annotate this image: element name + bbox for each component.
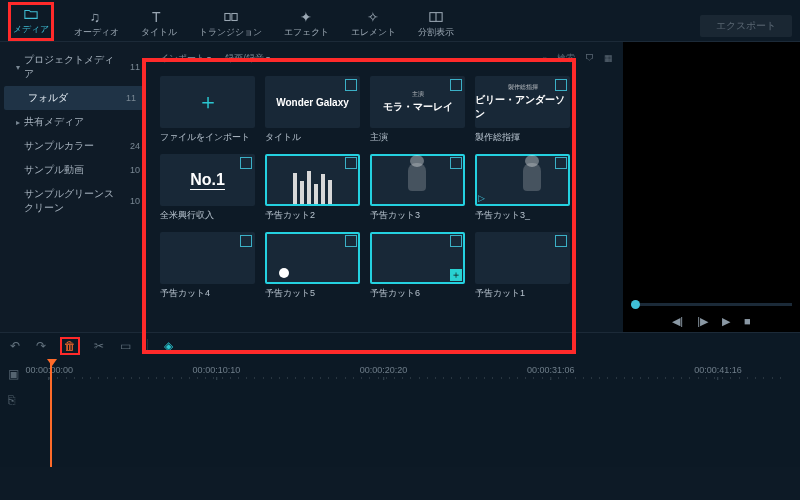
tab-transition[interactable]: トランジション [197, 8, 264, 41]
media-panel: インポート 録画/録音 ⌕ 検索 ⛉ ▦ ＋ ファイルをインポート [150, 42, 623, 332]
svg-rect-1 [231, 14, 236, 21]
badge-icon [240, 235, 252, 247]
tab-label: タイトル [141, 26, 177, 39]
media-item-cut6[interactable]: ＋ 予告カット6 [370, 232, 465, 300]
tab-label: トランジション [199, 26, 262, 39]
sidebar-item-project-media[interactable]: ▾ プロジェクトメディア 11 [0, 48, 150, 86]
badge-icon [450, 79, 462, 91]
play-icon: ▷ [478, 193, 485, 203]
lock-track-icon[interactable]: ▣ [8, 367, 19, 381]
playhead[interactable] [50, 361, 52, 467]
media-item-cut4[interactable]: 予告カット4 [160, 232, 255, 300]
search-placeholder[interactable]: 検索 [557, 52, 575, 65]
music-icon: ♫ [90, 10, 104, 24]
filter-icon[interactable]: ⛉ [585, 53, 594, 63]
next-frame-button[interactable]: |▶ [697, 315, 708, 328]
star-icon: ✧ [367, 10, 381, 24]
media-item-cut3[interactable]: 予告カット3 [370, 154, 465, 222]
tab-label: エレメント [351, 26, 396, 39]
badge-icon [240, 157, 252, 169]
link-track-icon[interactable]: ⎘ [8, 393, 19, 407]
media-item-lead[interactable]: 主演モラ・マーレイ 主演 [370, 76, 465, 144]
ruler-tick: 00:00:20:20 [360, 365, 408, 380]
text-icon: T [152, 10, 166, 24]
badge-icon [450, 235, 462, 247]
tab-media[interactable]: メディア [8, 2, 54, 41]
media-panel-header: インポート 録画/録音 ⌕ 検索 ⛉ ▦ [160, 48, 613, 68]
chevron-down-icon: ▾ [14, 63, 22, 72]
import-dropdown[interactable]: インポート [160, 52, 211, 65]
sidebar-item-sample-green[interactable]: サンプルグリーンスクリーン 10 [0, 182, 150, 220]
tab-label: エフェクト [284, 26, 329, 39]
timeline-ruler[interactable]: 00:00:00:00 00:00:10:10 00:00:20:20 00:0… [34, 365, 794, 379]
sparkle-icon: ✦ [300, 10, 314, 24]
cut-button[interactable]: ✂ [94, 339, 104, 353]
transition-icon [224, 10, 238, 24]
tab-label: 分割表示 [418, 26, 454, 39]
split-icon [429, 10, 443, 24]
sidebar-item-shared[interactable]: ▸ 共有メディア [0, 110, 150, 134]
timeline: ↶ ↷ 🗑 ✂ ▭ ◈ ▣ ⎘ 00:00:00:00 00:00:10:10 … [0, 332, 800, 467]
scrubber-knob[interactable] [631, 300, 640, 309]
sidebar-item-folder[interactable]: フォルダ 11 [4, 86, 146, 110]
tab-label: オーディオ [74, 26, 119, 39]
media-item-cut1[interactable]: 予告カット1 [475, 232, 570, 300]
badge-icon [345, 157, 357, 169]
folder-icon [24, 7, 38, 21]
add-icon[interactable]: ＋ [450, 269, 462, 281]
import-tile[interactable]: ＋ ファイルをインポート [160, 76, 255, 144]
sidebar-item-sample-color[interactable]: サンプルカラー 24 [0, 134, 150, 158]
view-grid-icon[interactable]: ▦ [604, 53, 613, 63]
export-button[interactable]: エクスポート [700, 15, 792, 37]
plus-icon: ＋ [197, 87, 219, 117]
chevron-right-icon: ▸ [14, 118, 22, 127]
search-icon[interactable]: ⌕ [542, 53, 547, 63]
tab-effect[interactable]: ✦ エフェクト [282, 8, 331, 41]
prev-frame-button[interactable]: ◀| [672, 315, 683, 328]
delete-button[interactable]: 🗑 [62, 339, 78, 353]
tab-audio[interactable]: ♫ オーディオ [72, 8, 121, 41]
badge-icon [555, 235, 567, 247]
ruler-tick: 00:00:41:16 [694, 365, 742, 380]
badge-icon [345, 79, 357, 91]
badge-icon [450, 157, 462, 169]
undo-button[interactable]: ↶ [10, 339, 20, 353]
badge-icon [555, 79, 567, 91]
media-grid: ＋ ファイルをインポート Wonder Galaxy タイトル 主演モラ・マーレ… [160, 76, 570, 300]
svg-rect-0 [224, 14, 229, 21]
crop-button[interactable]: ▭ [120, 339, 131, 353]
media-item-cut5[interactable]: 予告カット5 [265, 232, 360, 300]
tab-title[interactable]: T タイトル [139, 8, 179, 41]
tab-element[interactable]: ✧ エレメント [349, 8, 398, 41]
media-item-title[interactable]: Wonder Galaxy タイトル [265, 76, 360, 144]
stop-button[interactable]: ■ [744, 315, 751, 328]
media-item-producer[interactable]: 製作総指揮ビリー・アンダーソン 製作総指揮 [475, 76, 570, 144]
media-item-cut3b[interactable]: ▷ 予告カット3_ [475, 154, 570, 222]
record-dropdown[interactable]: 録画/録音 [225, 52, 270, 65]
redo-button[interactable]: ↷ [36, 339, 46, 353]
top-toolbar: メディア ♫ オーディオ T タイトル トランジション ✦ エフェクト ✧ エレ… [0, 0, 800, 42]
preview-panel: ◀| |▶ ▶ ■ [623, 42, 800, 332]
marker-button[interactable]: ◈ [164, 339, 173, 353]
media-item-cut2[interactable]: 予告カット2 [265, 154, 360, 222]
badge-icon [555, 157, 567, 169]
media-sidebar: ▾ プロジェクトメディア 11 フォルダ 11 ▸ 共有メディア サンプルカラー… [0, 42, 150, 332]
tab-label: メディア [13, 23, 49, 36]
play-button[interactable]: ▶ [722, 315, 730, 328]
badge-icon [345, 235, 357, 247]
sidebar-item-sample-video[interactable]: サンプル動画 10 [0, 158, 150, 182]
ruler-tick: 00:00:10:10 [193, 365, 241, 380]
preview-scrubber[interactable] [631, 303, 792, 306]
tab-split[interactable]: 分割表示 [416, 8, 456, 41]
media-item-no1[interactable]: No.1 全米興行収入 [160, 154, 255, 222]
